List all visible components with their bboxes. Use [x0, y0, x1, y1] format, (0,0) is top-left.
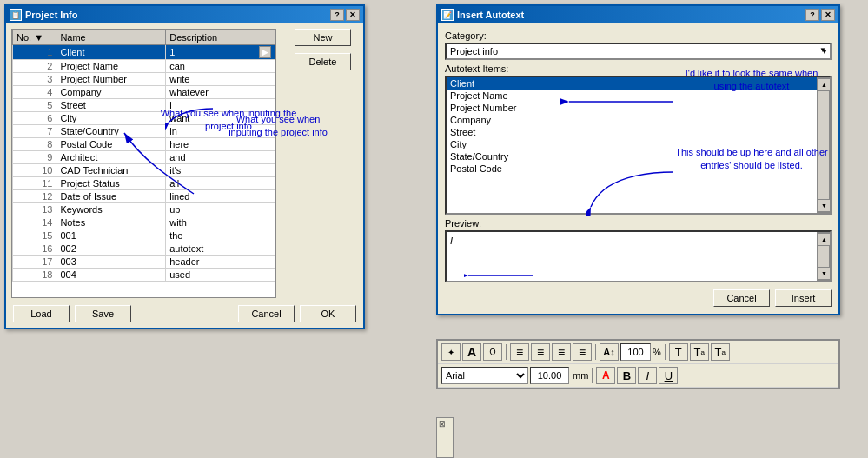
table-row[interactable]: 4Companywhatever — [13, 86, 275, 99]
align-left-button[interactable]: ≡ — [510, 343, 529, 361]
category-select-display[interactable]: Project info ▼ — [445, 43, 832, 60]
table-row[interactable]: 2Project Namecan — [13, 60, 275, 73]
cell-no: 13 — [13, 203, 56, 216]
t-super-button[interactable]: Ta — [711, 343, 730, 361]
omega-button[interactable]: Ω — [483, 343, 502, 361]
preview-scrollbar[interactable]: ▲ ▼ — [817, 232, 830, 281]
align-right-button[interactable]: ≡ — [552, 343, 571, 361]
font-size-input[interactable] — [530, 367, 569, 384]
cell-desc: write — [166, 73, 275, 86]
table-row[interactable]: 7State/Countryin — [13, 125, 275, 138]
text-a-button[interactable]: A — [462, 343, 481, 361]
cancel-button[interactable]: Cancel — [238, 305, 295, 322]
cell-name: Date of Issue — [56, 190, 166, 203]
insert-autotext-icon: 📝 — [441, 9, 454, 21]
ok-button[interactable]: OK — [300, 305, 356, 322]
cancel-ok-buttons: Cancel OK — [238, 305, 356, 322]
t-normal-button[interactable]: T — [669, 343, 688, 361]
cell-name: 002 — [56, 242, 166, 256]
cell-desc: all — [166, 177, 275, 190]
cell-desc: want — [166, 112, 275, 125]
col-header-name: Name — [56, 30, 166, 45]
preview-scroll-down[interactable]: ▼ — [818, 267, 831, 280]
font-select[interactable]: Arial — [441, 367, 528, 384]
cell-name: 003 — [56, 256, 166, 269]
annotation-text-main: I'd like it to look the same when using … — [673, 67, 830, 94]
cell-desc: can — [166, 60, 275, 73]
cell-name: CAD Technician — [56, 164, 166, 177]
project-table: No. ▼ Name Description 1Client1▶2Project… — [11, 29, 276, 298]
load-button[interactable]: Load — [13, 305, 70, 322]
help-button[interactable]: ? — [330, 9, 344, 21]
font-select-wrapper: Arial — [441, 367, 528, 384]
table-row[interactable]: 17003header — [13, 256, 275, 269]
cell-desc: 1▶ — [166, 45, 275, 60]
star-tool-button[interactable]: ✦ — [441, 343, 461, 361]
cell-name: 001 — [56, 229, 166, 242]
table-row[interactable]: 18004used — [13, 269, 275, 282]
toolbar-window: ✦ A Ω ≡ ≡ ≡ ≡ A↕ % T Ta Ta Arial mm A B … — [436, 339, 840, 389]
autotext-insert-button[interactable]: Insert — [775, 289, 832, 307]
table-row[interactable]: 12Date of Issuelined — [13, 190, 275, 203]
color-a-button[interactable]: A — [596, 367, 615, 384]
vertical-strip: ⊠ — [436, 417, 454, 458]
cell-no: 17 — [13, 256, 56, 269]
bold-button[interactable]: B — [617, 367, 636, 384]
project-info-titlebar[interactable]: 📋 Project Info ? ✕ — [6, 6, 363, 23]
cell-no: 8 — [13, 138, 56, 151]
align-center-button[interactable]: ≡ — [531, 343, 550, 361]
t-sub-button[interactable]: Ta — [690, 343, 709, 361]
preview-scroll-thumb[interactable] — [818, 246, 829, 267]
close-button-2[interactable]: ✕ — [821, 9, 835, 21]
table-row[interactable]: 5Streeti — [13, 99, 275, 112]
table-row[interactable]: 14Noteswith — [13, 216, 275, 229]
preview-scroll-up[interactable]: ▲ — [818, 233, 831, 246]
autotext-cancel-button[interactable]: Cancel — [713, 289, 770, 307]
italic-button[interactable]: I — [638, 367, 657, 384]
delete-button[interactable]: Delete — [295, 53, 351, 70]
cell-no: 5 — [13, 99, 56, 112]
cell-no: 11 — [13, 177, 56, 190]
new-button[interactable]: New — [295, 29, 351, 46]
table-row[interactable]: 8Postal Codehere — [13, 138, 275, 151]
cell-desc: here — [166, 138, 275, 151]
cell-no: 18 — [13, 269, 56, 282]
percent-label: % — [653, 347, 661, 357]
insert-autotext-titlebar[interactable]: 📝 Insert Autotext ? ✕ — [438, 6, 838, 23]
cell-name: Notes — [56, 216, 166, 229]
align-justify-button[interactable]: ≡ — [573, 343, 592, 361]
annotation-text-sub: This should be up here and all other ent… — [673, 146, 830, 173]
cell-name: Company — [56, 86, 166, 99]
table-row[interactable]: 13Keywordsup — [13, 203, 275, 216]
preview-content-area: I — [447, 232, 830, 281]
cell-desc: header — [166, 256, 275, 269]
line-spacing-button[interactable]: A↕ — [600, 343, 619, 361]
percent-input[interactable] — [620, 343, 651, 361]
help-button-2[interactable]: ? — [805, 9, 819, 21]
table-row[interactable]: 15001the — [13, 229, 275, 242]
save-button[interactable]: Save — [75, 305, 131, 322]
cell-no: 4 — [13, 86, 56, 99]
close-button[interactable]: ✕ — [346, 9, 360, 21]
preview-row: Preview: I ▲ — [445, 218, 832, 282]
table-row[interactable]: 11Project Statusall — [13, 177, 275, 190]
category-value: Project info — [450, 46, 498, 56]
category-label: Category: — [445, 30, 832, 41]
table-row[interactable]: 3Project Numberwrite — [13, 73, 275, 86]
cell-name: Client — [56, 45, 166, 60]
cell-name: Keywords — [56, 203, 166, 216]
table-scroll[interactable]: No. ▼ Name Description 1Client1▶2Project… — [12, 30, 275, 297]
table-row[interactable]: 6Citywant — [13, 112, 275, 125]
project-action-buttons: New Delete — [295, 29, 351, 298]
table-row[interactable]: 10CAD Technicianit's — [13, 164, 275, 177]
expand-button[interactable]: ▶ — [259, 46, 271, 58]
insert-autotext-title: Insert Autotext — [457, 10, 524, 20]
underline-button[interactable]: U — [659, 367, 678, 384]
table-row[interactable]: 16002autotext — [13, 242, 275, 256]
category-row: Category: Project info ▼ — [445, 30, 832, 60]
cell-desc: lined — [166, 190, 275, 203]
scroll-down-arrow[interactable]: ▼ — [818, 199, 831, 212]
cell-name: Project Number — [56, 73, 166, 86]
table-row[interactable]: 9Architectand — [13, 151, 275, 164]
table-row[interactable]: 1Client1▶ — [13, 45, 275, 60]
